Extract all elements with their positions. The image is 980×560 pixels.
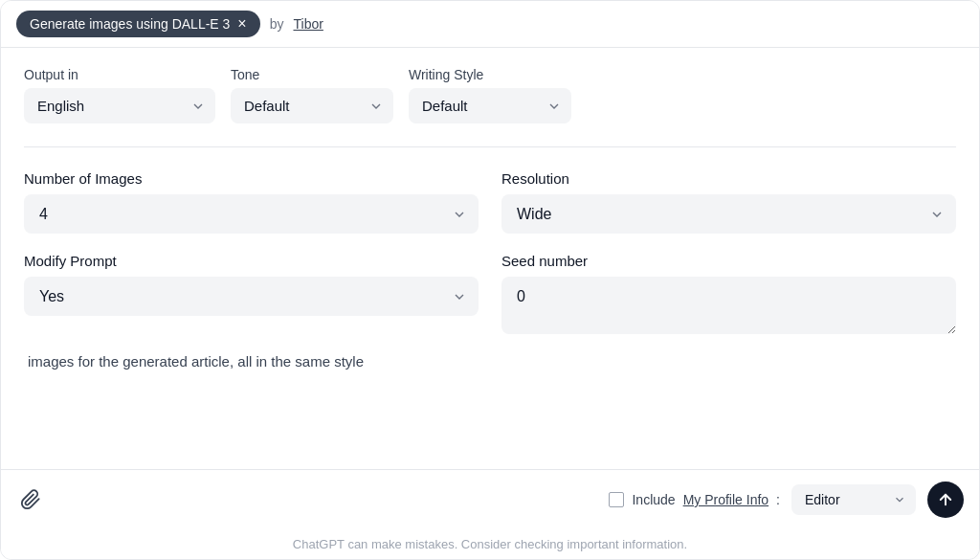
number-of-images-group: Number of Images 1 2 3 4 5 6 xyxy=(24,170,479,234)
include-label: Include xyxy=(632,492,675,507)
send-icon xyxy=(937,491,954,508)
profile-include-group: Include My Profile Info : xyxy=(609,492,780,507)
colon-separator: : xyxy=(776,492,780,507)
writing-style-group: Writing Style Default Academic Creative xyxy=(409,67,571,123)
modify-prompt-select[interactable]: Yes No xyxy=(24,277,479,316)
output-in-select[interactable]: English Spanish French German xyxy=(24,88,215,123)
modify-prompt-group: Modify Prompt Yes No xyxy=(24,253,479,334)
writing-style-select[interactable]: Default Academic Creative xyxy=(409,88,571,123)
top-dropdowns-row: Output in English Spanish French German … xyxy=(24,67,956,147)
tone-select[interactable]: Default Formal Casual xyxy=(231,88,393,123)
top-bar: Generate images using DALL-E 3 × by Tibo… xyxy=(1,1,979,48)
plugin-tag: Generate images using DALL-E 3 × xyxy=(16,11,260,37)
attach-button[interactable] xyxy=(16,485,45,514)
number-of-images-select[interactable]: 1 2 3 4 5 6 xyxy=(24,194,479,234)
tone-label: Tone xyxy=(231,67,393,82)
close-button[interactable]: × xyxy=(237,16,246,32)
profile-info-link[interactable]: My Profile Info xyxy=(683,492,768,507)
seed-number-input[interactable]: 0 xyxy=(501,277,956,334)
number-of-images-label: Number of Images xyxy=(24,170,479,187)
writing-style-label: Writing Style xyxy=(409,67,571,82)
resolution-select[interactable]: Square Wide Tall xyxy=(501,194,956,234)
main-content: Output in English Spanish French German … xyxy=(1,48,979,469)
resolution-label: Resolution xyxy=(501,170,956,187)
plugin-label: Generate images using DALL-E 3 xyxy=(30,16,230,32)
footer-bar: ChatGPT can make mistakes. Consider chec… xyxy=(1,529,979,559)
send-button[interactable] xyxy=(927,482,964,518)
resolution-group: Resolution Square Wide Tall xyxy=(501,170,956,234)
description-text: images for the generated article, all in… xyxy=(24,353,956,370)
output-in-group: Output in English Spanish French German xyxy=(24,67,215,123)
seed-number-group: Seed number 0 xyxy=(501,253,956,334)
disclaimer-text: ChatGPT can make mistakes. Consider chec… xyxy=(293,537,687,551)
seed-number-label: Seed number xyxy=(501,253,956,269)
author-link[interactable]: Tibor xyxy=(293,16,323,32)
tone-group: Tone Default Formal Casual xyxy=(231,67,393,123)
by-text: by xyxy=(270,16,284,32)
profile-checkbox[interactable] xyxy=(609,492,624,507)
modify-prompt-label: Modify Prompt xyxy=(24,253,479,269)
output-in-label: Output in xyxy=(24,67,215,82)
editor-select[interactable]: Editor Writer Viewer xyxy=(791,484,916,515)
bottom-bar: Include My Profile Info : Editor Writer … xyxy=(1,469,979,529)
settings-grid: Number of Images 1 2 3 4 5 6 Resolution … xyxy=(24,170,956,334)
close-icon: × xyxy=(237,16,246,32)
paperclip-icon xyxy=(20,489,41,510)
